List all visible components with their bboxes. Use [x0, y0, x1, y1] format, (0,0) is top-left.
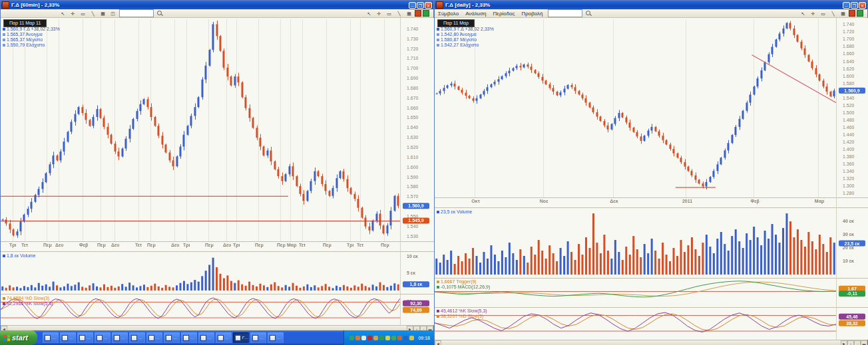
collapse-icon[interactable]: ▬ — [861, 340, 867, 345]
minimize-button[interactable]: — — [409, 2, 416, 9]
line-tool-icon[interactable]: ╲ — [395, 9, 403, 18]
tray-app-icon[interactable] — [409, 336, 414, 340]
tray-app-icon[interactable] — [391, 336, 396, 340]
zoom-in-tool-icon[interactable]: ✛ — [375, 9, 383, 18]
cursor-tool-icon[interactable]: ↖ — [799, 9, 807, 18]
chart-window-60min: Γ.Δ [60min] - 2,33% — ❐ ✕ ↖ ✛ ▭ ╲ ▦ ◫ ↖ — [0, 0, 434, 330]
indicator-grid-icon[interactable]: ▦ — [405, 9, 413, 18]
tray-app-icon[interactable] — [379, 336, 384, 340]
buy-marker-icon[interactable] — [857, 10, 863, 17]
taskbar-button[interactable]: … — [77, 332, 93, 343]
task-window-icon — [200, 335, 206, 341]
sell-marker-icon[interactable] — [415, 10, 421, 17]
zoom-out-icon[interactable]: － — [854, 340, 861, 345]
task-window-icon — [131, 335, 137, 341]
close-button[interactable]: ✕ — [859, 2, 866, 9]
scroll-left-icon[interactable]: ◀ — [435, 340, 441, 345]
tray-app-icon[interactable] — [397, 336, 402, 340]
app-icon — [436, 1, 443, 9]
app-icon — [2, 1, 9, 9]
window-title: Γ.Δ [daily] - 2,33% — [445, 2, 843, 8]
chart-window-daily: Γ.Δ [daily] - 2,33% — ❐ ✕ Σύμβολο Ανάλυσ… — [434, 0, 868, 345]
menu-analysis[interactable]: Ανάλυση — [462, 9, 489, 18]
task-window-icon — [252, 335, 258, 341]
taskbar-button[interactable]: … — [60, 332, 76, 343]
task-buttons-area: ……………………………Γ……… — [37, 330, 344, 345]
crosshair-tool-icon[interactable]: ✛ — [69, 9, 77, 18]
task-window-icon — [183, 335, 189, 341]
task-window-icon — [235, 335, 241, 341]
tray-app-icon[interactable] — [373, 336, 378, 340]
close-button[interactable]: ✕ — [425, 2, 432, 9]
buy-marker-icon[interactable] — [423, 10, 429, 17]
menu-symbol[interactable]: Σύμβολο — [435, 9, 462, 18]
titlebar-daily[interactable]: Γ.Δ [daily] - 2,33% — ❐ ✕ — [435, 1, 867, 9]
restore-button[interactable]: ❐ — [851, 2, 858, 9]
zoom-in-icon[interactable]: ＋ — [847, 340, 854, 345]
symbol-search-input[interactable] — [119, 9, 154, 17]
sell-marker-icon[interactable] — [849, 10, 855, 17]
task-window-icon — [166, 335, 172, 341]
symbol-search-input[interactable] — [548, 9, 582, 17]
menu-view[interactable]: Προβολή — [518, 9, 546, 18]
menu-period[interactable]: Περίοδος — [490, 9, 519, 18]
line-tool-icon[interactable]: ╲ — [829, 9, 837, 18]
taskbar-button[interactable]: … — [95, 332, 110, 343]
taskbar-button[interactable]: … — [112, 332, 128, 343]
hscroll-strip-daily: ◀ ▶ ＋ － ▬ — [435, 340, 867, 345]
taskbar-button[interactable]: … — [181, 332, 197, 343]
tray-app-icon[interactable] — [355, 336, 360, 340]
tray-app-icon[interactable] — [349, 336, 354, 340]
price-volume-stoch-canvas[interactable] — [1, 18, 435, 325]
rectangle-tool-icon[interactable]: ▭ — [79, 9, 87, 18]
box-tool-icon[interactable]: ▭ — [385, 9, 393, 18]
taskbar-clock[interactable]: 09:18 — [415, 336, 430, 340]
system-tray: 09:18 — [343, 330, 434, 345]
taskbar-button[interactable]: … — [129, 332, 145, 343]
zoom-in-tool-icon[interactable]: ✛ — [809, 9, 817, 18]
left-monitor: Γ.Δ [60min] - 2,33% — ❐ ✕ ↖ ✛ ▭ ╲ ▦ ◫ ↖ — [0, 0, 434, 345]
taskbar-button[interactable]: … — [250, 332, 266, 343]
taskbar-button[interactable]: … — [43, 332, 59, 343]
restore-button[interactable]: ❐ — [417, 2, 424, 9]
desktop: Γ.Δ [60min] - 2,33% — ❐ ✕ ↖ ✛ ▭ ╲ ▦ ◫ ↖ — [0, 0, 868, 345]
taskbar: start ……………………………Γ……… 09:18 — [0, 330, 434, 345]
tray-app-icon[interactable] — [403, 336, 408, 340]
taskbar-button[interactable]: … — [198, 332, 214, 343]
cursor-tool-icon[interactable]: ↖ — [365, 9, 373, 18]
menubar-daily: Σύμβολο Ανάλυση Περίοδος Προβολή ↖ ✛ ▭ ╲… — [435, 9, 867, 18]
task-window-icon — [79, 335, 85, 341]
task-window-icon — [97, 335, 103, 341]
box-tool-icon[interactable]: ▭ — [819, 9, 827, 18]
scroll-right-icon[interactable]: ▶ — [841, 340, 847, 345]
search-icon[interactable] — [585, 10, 592, 17]
task-window-icon — [62, 335, 68, 341]
task-window-icon — [270, 335, 276, 341]
taskbar-button[interactable]: … — [164, 332, 180, 343]
task-window-icon — [114, 335, 120, 341]
chart-area-daily: Παρ 11 Μαρ 1.560,9 Γ.Δ +38,02 2,33% 1.54… — [435, 18, 867, 340]
taskbar-button[interactable]: … — [268, 332, 284, 343]
task-window-icon — [218, 335, 224, 341]
tray-app-icon[interactable] — [361, 336, 366, 340]
indicator-grid-icon[interactable]: ▦ — [839, 9, 847, 18]
trendline-tool-icon[interactable]: ╲ — [89, 9, 97, 18]
right-monitor: Γ.Δ [daily] - 2,33% — ❐ ✕ Σύμβολο Ανάλυσ… — [434, 0, 868, 345]
tray-icons — [349, 336, 414, 340]
toolbar-60min: ↖ ✛ ▭ ╲ ▦ ◫ ↖ ✛ ▭ ╲ ▦ — [1, 9, 433, 18]
task-window-icon — [148, 335, 154, 341]
grid-tool-icon[interactable]: ▦ — [99, 9, 107, 18]
start-button[interactable]: start — [0, 330, 37, 345]
price-volume-macd-stoch-canvas[interactable] — [435, 18, 868, 340]
chart-style-icon[interactable]: ◫ — [108, 9, 117, 18]
minimize-button[interactable]: — — [843, 2, 850, 9]
taskbar-button[interactable]: … — [216, 332, 232, 343]
window-title: Γ.Δ [60min] - 2,33% — [11, 2, 409, 8]
taskbar-button[interactable]: Γ… — [233, 332, 249, 343]
tray-app-icon[interactable] — [385, 336, 390, 340]
pointer-tool-icon[interactable]: ↖ — [59, 9, 67, 18]
titlebar-60min[interactable]: Γ.Δ [60min] - 2,33% — ❐ ✕ — [1, 1, 433, 9]
taskbar-button[interactable]: … — [146, 332, 162, 343]
search-icon[interactable] — [156, 10, 163, 17]
tray-app-icon[interactable] — [367, 336, 372, 340]
